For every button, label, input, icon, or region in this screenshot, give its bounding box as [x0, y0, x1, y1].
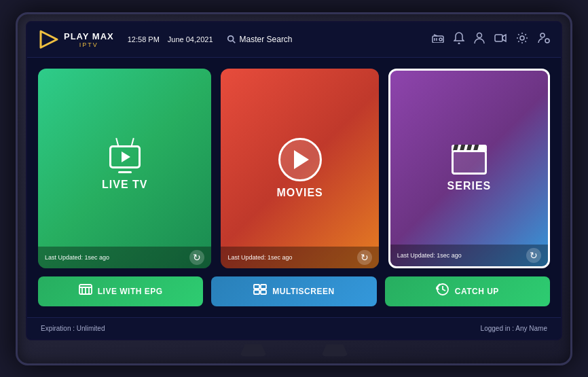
svg-rect-10 — [495, 35, 502, 41]
svg-rect-27 — [261, 290, 266, 294]
live-tv-footer: Last Updated: 1sec ago ↻ — [38, 247, 211, 268]
bell-icon[interactable] — [454, 32, 464, 47]
series-card[interactable]: SERIES Last Updated: 1sec ago ↻ — [388, 69, 550, 268]
movies-updated: Last Updated: 1sec ago — [227, 254, 292, 261]
logo-iptv: IPTV — [64, 41, 114, 48]
movies-card[interactable]: MOVIES Last Updated: 1sec ago ↻ — [221, 69, 378, 268]
logo-icon — [38, 29, 60, 50]
svg-rect-25 — [261, 285, 266, 289]
movies-footer: Last Updated: 1sec ago ↻ — [221, 247, 378, 268]
live-tv-refresh-icon[interactable]: ↻ — [189, 250, 204, 265]
main-content: LIVE TV Last Updated: 1sec ago ↻ MOVIES … — [27, 58, 561, 317]
movies-play-icon — [278, 138, 322, 181]
live-epg-button[interactable]: LIVE WITH EPG — [38, 276, 203, 306]
series-clapper-icon — [452, 145, 487, 175]
person-icon[interactable] — [474, 32, 485, 47]
live-tv-updated: Last Updated: 1sec ago — [45, 254, 109, 261]
tv-leg-right — [321, 344, 348, 357]
svg-line-2 — [232, 41, 235, 43]
svg-rect-24 — [254, 285, 259, 289]
catchup-button[interactable]: CATCH UP — [385, 276, 550, 306]
svg-point-9 — [477, 33, 482, 38]
svg-point-12 — [520, 36, 524, 40]
catchup-label: CATCH UP — [455, 287, 499, 296]
logo-area: PLAY MAX IPTV — [38, 29, 114, 50]
movies-refresh-icon[interactable]: ↻ — [357, 250, 372, 265]
gear-icon[interactable] — [516, 32, 528, 47]
search-label: Master Search — [240, 35, 293, 44]
expiration-text: Expiration : Unlimited — [41, 325, 105, 332]
logo-play-max: PLAY MAX — [64, 31, 114, 41]
tv-stand — [240, 344, 348, 357]
action-buttons-row: LIVE WITH EPG MULTISCREEN — [38, 276, 550, 306]
live-tv-card[interactable]: LIVE TV Last Updated: 1sec ago ↻ — [38, 69, 211, 268]
tv-screen: PLAY MAX IPTV 12:58 PM June 04,2021 Mast… — [26, 21, 562, 340]
screen-footer: Expiration : Unlimited Logged in : Any N… — [27, 317, 561, 339]
tv-outer: PLAY MAX IPTV 12:58 PM June 04,2021 Mast… — [16, 12, 572, 365]
live-epg-label: LIVE WITH EPG — [98, 287, 163, 296]
header-bar: PLAY MAX IPTV 12:58 PM June 04,2021 Mast… — [27, 22, 561, 58]
logged-in-text: Logged in : Any Name — [481, 325, 547, 332]
multiscreen-icon — [253, 284, 267, 298]
series-footer: Last Updated: 1sec ago ↻ — [390, 245, 548, 266]
series-refresh-icon[interactable]: ↻ — [526, 248, 541, 263]
header-icons — [432, 32, 550, 47]
tv-leg-left — [240, 344, 267, 357]
live-epg-icon — [79, 284, 92, 298]
rec-icon[interactable] — [494, 33, 507, 46]
search-area[interactable]: Master Search — [227, 35, 293, 44]
logo-text: PLAY MAX IPTV — [64, 31, 114, 48]
header-date: June 04,2021 — [168, 35, 213, 43]
live-tv-title: LIVE TV — [102, 179, 147, 191]
cards-row: LIVE TV Last Updated: 1sec ago ↻ MOVIES … — [38, 69, 550, 268]
live-tv-icon — [109, 145, 141, 173]
search-icon — [227, 35, 236, 44]
radio-icon[interactable] — [432, 33, 444, 46]
svg-point-1 — [227, 36, 233, 41]
multiscreen-label: MULTISCREEN — [272, 287, 334, 296]
multiscreen-button[interactable]: MULTISCREEN — [211, 276, 376, 306]
header-time: 12:58 PM — [128, 35, 160, 43]
svg-point-13 — [540, 33, 545, 37]
movies-title: MOVIES — [277, 187, 323, 199]
svg-point-5 — [439, 38, 442, 41]
catchup-icon — [436, 283, 449, 300]
svg-marker-0 — [41, 31, 57, 48]
series-updated: Last Updated: 1sec ago — [397, 252, 462, 259]
svg-marker-11 — [502, 35, 506, 41]
series-title: SERIES — [447, 180, 492, 192]
svg-rect-26 — [254, 290, 259, 294]
user-settings-icon[interactable] — [538, 32, 550, 47]
